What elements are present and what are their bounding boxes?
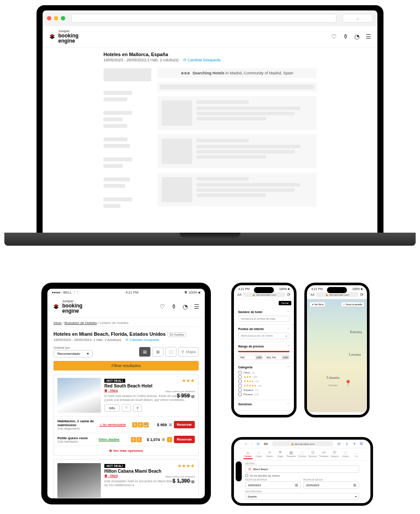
category-checkbox[interactable] (238, 380, 242, 383)
info-button[interactable]: Info (104, 404, 120, 412)
result-skeleton (157, 134, 317, 168)
text-size-button[interactable]: AA (310, 293, 314, 296)
logo[interactable]: Juniperbookingengine (53, 300, 83, 314)
map-pin-icon[interactable]: 📍 (344, 380, 352, 387)
basket-icon[interactable]: ⚱ (343, 33, 348, 40)
view-map-button[interactable]: ⚲Mapa (178, 347, 199, 357)
browser-bar: AA🔒 demojuniper.com⟳ (234, 291, 294, 299)
tab-paquetes[interactable]: ▣Paquetes (287, 449, 296, 459)
logo[interactable]: Juniperbookingengine (49, 30, 79, 43)
sort-select[interactable]: Recomendado▾ (53, 350, 93, 357)
tab-hoteles[interactable]: ⌂Hoteles (243, 449, 253, 459)
tab-seguros[interactable]: ⛨Seguros (330, 449, 340, 459)
sidebar-icon[interactable]: ⧈ (257, 441, 260, 446)
chevron-up-icon[interactable]: ⌃ (287, 366, 290, 369)
traffic-light-close[interactable] (47, 16, 51, 20)
tab-icon: ◇ (341, 450, 350, 455)
new-tab-icon[interactable]: + (353, 441, 356, 446)
category-checkbox[interactable] (238, 388, 242, 392)
calendar-icon[interactable]: ▦ (169, 423, 172, 427)
view-filters-button[interactable]: ▼ Ver filtros (310, 302, 326, 307)
tabs-icon[interactable]: ⧉ (360, 441, 363, 446)
category-option[interactable]: Superior(7) (238, 388, 290, 392)
category-option[interactable]: ★★★★(2) (238, 380, 290, 383)
tab-vuelos[interactable]: ✈Vuelos (265, 449, 274, 459)
crumb-link[interactable]: Inicio (53, 321, 62, 325)
poi-select[interactable]: Seleccione punto de interés▾ (238, 333, 290, 339)
fav-button[interactable]: ♡ (122, 404, 131, 412)
hotel-name[interactable]: Red South Beach Hotel (104, 384, 195, 388)
category-checkbox[interactable] (238, 375, 242, 379)
menu-icon[interactable]: ☰ (194, 303, 200, 310)
text-size-button[interactable]: AA (264, 442, 268, 445)
category-option[interactable]: Primera(14) (238, 393, 290, 396)
url-bar[interactable]: 🔒 demojuniper.com (316, 292, 358, 297)
url-bar[interactable]: 🔒 demojuniper.com (243, 292, 285, 297)
calendar-icon[interactable]: ▦ (162, 437, 165, 441)
map-canvas[interactable]: ▼ Ver filtros ⤢ Cerrar la pantalla Eston… (307, 299, 367, 412)
back-icon[interactable]: ‹ (245, 441, 247, 446)
search-pill[interactable]: ⌕ (343, 14, 373, 23)
address-bar[interactable] (71, 14, 337, 23)
change-search-link[interactable]: ⟳ Cambiar búsqueda (126, 338, 159, 342)
hotel-image[interactable] (57, 378, 101, 413)
chevron-up-icon[interactable]: ⌃ (287, 310, 290, 314)
chevron-up-icon[interactable]: ⌃ (287, 403, 290, 406)
hotel-name-input[interactable] (238, 316, 290, 322)
checkin-input[interactable]: 18/05/2023▦ (245, 481, 301, 489)
refresh-icon[interactable]: ⟳ (360, 292, 363, 297)
category-option[interactable]: Otros(1) (238, 371, 290, 374)
reserve-button[interactable]: Reservar (174, 421, 195, 428)
destination-input[interactable]: ◎Miami Beach (245, 465, 359, 473)
tab-viajes[interactable]: ⚑Viajes (276, 449, 285, 459)
share-icon[interactable]: ⇪ (345, 442, 349, 446)
tab-visado[interactable]: ◇Visado (341, 449, 350, 459)
chevron-up-icon[interactable]: ⌃ (287, 345, 290, 348)
crumb-link[interactable]: Buscador de Hoteles (64, 321, 97, 325)
close-fullscreen-button[interactable]: ⤢ Cerrar la pantalla (341, 302, 364, 307)
more-options-link[interactable]: Ver más opciones (54, 446, 198, 455)
policy-link[interactable]: ⚠ No reembolsable (100, 423, 130, 427)
heart-icon[interactable]: ♡ (160, 303, 165, 310)
filter-results-button[interactable]: Filtrar resultados (53, 361, 199, 370)
view-list-button[interactable]: ▤ (139, 347, 150, 357)
category-checkbox[interactable] (238, 393, 242, 396)
tab-traslados[interactable]: ⇄Traslados (319, 449, 329, 459)
price-from-input[interactable]: 700USD (238, 355, 263, 360)
chevron-up-icon[interactable]: ⌃ (287, 327, 290, 331)
traffic-light-max[interactable] (61, 16, 65, 20)
url-bar[interactable]: 🔒 demojuniper.com (272, 441, 333, 446)
share-button[interactable]: ⇪ (133, 404, 142, 412)
user-icon[interactable]: ◔ (183, 303, 188, 310)
user-icon[interactable]: ◔ (354, 33, 360, 40)
tab-casas[interactable]: ⌂Casas (254, 449, 263, 459)
nationality-select[interactable]: España▾ (245, 493, 359, 500)
policy-link[interactable]: Within deadline (99, 438, 129, 441)
close-button[interactable]: Cerrar (279, 301, 291, 305)
info-icon[interactable]: i (167, 437, 172, 442)
price-to-input[interactable]: 501,741USD (265, 355, 290, 360)
traffic-light-min[interactable] (54, 16, 58, 20)
menu-icon[interactable]: ☰ (366, 33, 371, 40)
view-photo-button[interactable]: ▢ (165, 347, 177, 357)
reserve-button[interactable]: Reservar (174, 436, 195, 443)
category-option[interactable]: ★★★★★(4) (238, 384, 290, 387)
heart-icon[interactable]: ♡ (331, 33, 337, 40)
view-grid-button[interactable]: ▦ (152, 347, 163, 357)
change-search-link[interactable]: ⟳ Cambiar búsqueda (183, 58, 221, 62)
hotel-name[interactable]: Hilton Cabana Miami Beach (104, 469, 195, 474)
hotel-image[interactable] (57, 463, 101, 498)
category-checkbox[interactable] (238, 371, 242, 374)
tab-circuitos[interactable]: ◌Circuitos (297, 449, 307, 459)
price-slider[interactable] (238, 351, 290, 352)
no-dates-checkbox[interactable] (245, 474, 248, 477)
refresh-icon[interactable]: ⟳ (287, 292, 290, 297)
refresh-icon[interactable]: ⟳ (337, 442, 341, 446)
checkout-input[interactable]: 25/05/2023▦ (303, 481, 359, 489)
basket-icon[interactable]: ⚱ (171, 303, 177, 310)
tab-servicios[interactable]: ⚙Servicios (308, 449, 317, 459)
category-option[interactable]: ★★★(25) (238, 375, 290, 379)
category-checkbox[interactable] (238, 384, 242, 387)
tab-co[interactable]: …Co (352, 449, 361, 459)
text-size-button[interactable]: AA (237, 293, 241, 296)
